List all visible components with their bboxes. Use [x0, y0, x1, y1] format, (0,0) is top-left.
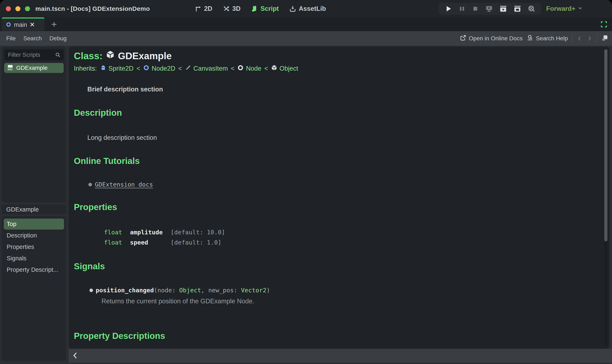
signal-description: Returns the current position of the GDEx… [101, 298, 254, 305]
svg-text:DOC: DOC [528, 39, 532, 41]
history-back-button[interactable] [577, 36, 583, 41]
inherits-link-sprite2d[interactable]: Sprite2D [108, 65, 134, 72]
external-link-icon [460, 35, 466, 43]
members-panel: Top Description Properties Signals Prope… [2, 216, 66, 361]
search-icon [55, 52, 61, 59]
section-item-property-descriptions[interactable]: Property Descript... [4, 264, 64, 275]
traffic-lights [6, 6, 30, 11]
object-icon [271, 65, 277, 73]
zoom-window-button[interactable] [25, 6, 30, 11]
tutorials-heading: Online Tutorials [74, 156, 140, 166]
class-heading-label: Class: [74, 50, 103, 62]
workspace-3d-button[interactable]: 3D [223, 5, 241, 13]
play-button[interactable] [444, 5, 452, 13]
bullet-icon [89, 289, 93, 292]
property-name[interactable]: amplitude [130, 229, 163, 236]
play-scene-button[interactable] [485, 5, 493, 13]
movie-maker-button[interactable] [528, 5, 535, 13]
signals-heading: Signals [74, 261, 105, 271]
node-icon [237, 65, 244, 73]
inherits-link-object[interactable]: Object [279, 65, 298, 72]
main-area: DOC GDExample GDExample Top Description … [0, 46, 612, 364]
scene-tab-main[interactable]: main [2, 17, 44, 31]
property-default: [default: 10.0] [171, 229, 225, 236]
assetlib-icon [289, 5, 296, 12]
script-menu-bar: File Search Debug Open in Online Docs [0, 31, 612, 46]
play-movie-button[interactable] [499, 5, 507, 13]
history-forward-button[interactable] [587, 36, 592, 41]
renderer-label: Forward+ [546, 5, 575, 13]
tutorial-link[interactable]: GDExtension docs [95, 181, 153, 188]
workspace-assetlib-button[interactable]: AssetLib [289, 5, 326, 13]
inherits-link-canvasitem[interactable]: CanvasItem [194, 65, 228, 72]
play-custom-scene-button[interactable] [514, 5, 521, 13]
script-list-item-gdexample[interactable]: DOC GDExample [4, 63, 64, 73]
menu-separator [572, 34, 572, 43]
menu-separator [597, 34, 597, 43]
workspace-switcher: 2D 3D [195, 0, 326, 17]
collapse-left-icon[interactable] [71, 352, 79, 360]
inherits-link-node2d[interactable]: Node2D [152, 65, 175, 72]
bullet-icon [88, 183, 92, 186]
canvasitem-icon [185, 65, 191, 73]
minimize-window-button[interactable] [15, 6, 20, 11]
search-help-button[interactable]: DOC Search Help [527, 35, 568, 43]
renderer-selector[interactable]: Forward+ [546, 5, 583, 13]
menu-file[interactable]: File [6, 35, 16, 42]
property-row[interactable]: float speed [default: 1.0] [69, 239, 610, 247]
close-window-button[interactable] [6, 6, 11, 11]
add-scene-tab-button[interactable] [48, 17, 60, 31]
bottom-panel-bar [69, 349, 612, 363]
doc-content-panel: Class: GDExample Inherits: Sp [69, 47, 610, 348]
section-item-description[interactable]: Description [4, 230, 64, 241]
class-heading: Class: GDExample [74, 50, 172, 62]
workspace-script-button[interactable]: Script [251, 5, 279, 13]
menu-debug[interactable]: Debug [50, 35, 67, 42]
expand-icon[interactable] [600, 17, 608, 31]
section-item-signals[interactable]: Signals [4, 253, 64, 264]
signal-arg-type-link[interactable]: Vector2 [241, 287, 266, 294]
close-icon[interactable] [30, 22, 35, 28]
inherits-label: Inherits: [74, 65, 97, 72]
filter-scripts-box [4, 49, 64, 60]
search-help-icon: DOC [527, 35, 533, 43]
property-descriptions-heading: Property Descriptions [74, 331, 165, 341]
scene-tab-label: main [14, 21, 27, 28]
scrollbar[interactable] [604, 49, 607, 346]
pause-button[interactable] [459, 5, 466, 12]
script-item-label: GDExample [16, 65, 48, 71]
node2d-icon [6, 22, 11, 28]
workspace-2d-icon [195, 5, 202, 12]
section-item-properties[interactable]: Properties [4, 241, 64, 252]
workspace-2d-button[interactable]: 2D [195, 5, 212, 13]
stop-button[interactable] [472, 5, 479, 12]
property-type[interactable]: float [104, 239, 122, 246]
object-icon [106, 50, 115, 62]
script-icon [251, 5, 258, 12]
menu-search[interactable]: Search [23, 35, 42, 42]
sprite2d-icon [100, 65, 106, 73]
open-online-docs-button[interactable]: Open in Online Docs [460, 35, 523, 43]
renderer-chevron-icon [577, 5, 583, 13]
playback-pill [439, 3, 541, 15]
menu-items: File Search Debug [0, 35, 67, 42]
title-bar: main.tscn - [Docs] GDExtensionDemo 2D [0, 0, 612, 17]
godot-editor-window: main.tscn - [Docs] GDExtensionDemo 2D [0, 0, 612, 364]
node2d-icon [143, 65, 149, 73]
signal-arg-type-link[interactable]: Object [179, 287, 201, 294]
scene-tab-bar: main [0, 17, 612, 31]
tutorial-item: GDExtension docs [88, 181, 153, 188]
property-type[interactable]: float [104, 229, 122, 236]
scrollbar-thumb[interactable] [604, 49, 607, 241]
class-name-box: GDExample [2, 204, 66, 214]
property-name[interactable]: speed [130, 239, 148, 246]
section-item-top[interactable]: Top [4, 219, 64, 230]
inherits-link-node[interactable]: Node [246, 65, 261, 72]
scripts-panel: DOC GDExample [2, 47, 66, 203]
signal-name: position_changed [96, 287, 154, 294]
signal-row: position_changed(node: Object, new_pos: … [89, 287, 270, 294]
panel-toggle-icon[interactable] [601, 35, 608, 42]
property-row[interactable]: float amplitude [default: 10.0] [69, 229, 610, 237]
playback-controls: Forward+ [439, 0, 583, 17]
doc-book-icon: DOC [7, 64, 14, 72]
